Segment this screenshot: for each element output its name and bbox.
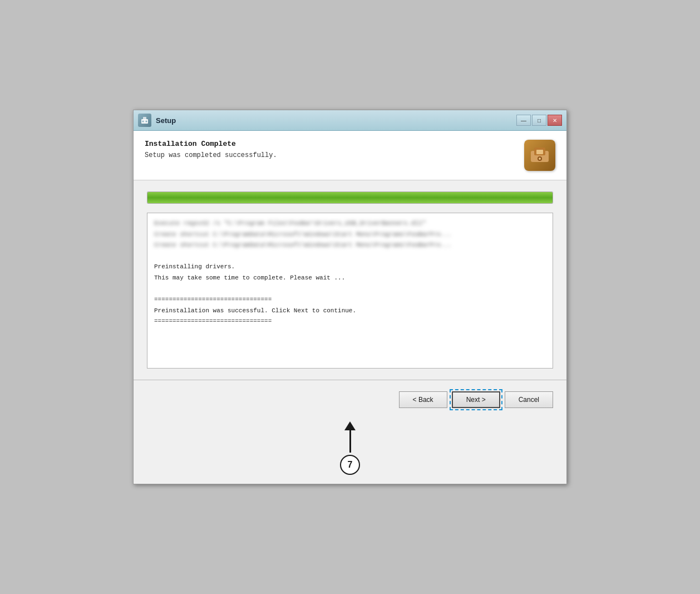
log-line: Execute regsv32 /s "C:\Program Files\Foo… — [154, 219, 546, 229]
app-icon — [138, 114, 151, 127]
svg-rect-1 — [143, 117, 146, 120]
log-line-preinstall: Preinstalling drivers. — [154, 262, 546, 272]
window-title: Setup — [156, 116, 516, 125]
log-line: Create shortcut C:\ProgramData\Microsoft… — [154, 230, 546, 240]
log-line-wait: This may take some time to complete. Ple… — [154, 273, 546, 283]
arrow-shaft — [349, 430, 351, 453]
arrow-head-icon — [344, 421, 356, 430]
svg-rect-6 — [536, 150, 543, 154]
log-separator-1: ================================ — [154, 295, 546, 305]
log-line — [154, 252, 546, 262]
header-app-icon — [524, 140, 555, 171]
arrow-annotation: 7 — [340, 421, 360, 475]
title-bar: Setup — □ ✕ — [134, 110, 566, 131]
svg-point-8 — [539, 158, 541, 160]
log-line — [154, 284, 546, 294]
log-line: Create shortcut C:\ProgramData\Microsoft… — [154, 240, 546, 251]
content-area: Execute regsv32 /s "C:\Program Files\Foo… — [134, 180, 566, 380]
log-separator-2: ================================ — [154, 317, 546, 327]
svg-point-3 — [146, 121, 147, 122]
next-button[interactable]: Next > — [452, 391, 500, 408]
maximize-button[interactable]: □ — [532, 115, 546, 126]
installation-complete-title: Installation Complete — [145, 140, 515, 148]
header-section: Installation Complete Setup was complete… — [134, 131, 566, 180]
setup-window: Setup — □ ✕ Installation Complete Setup … — [133, 110, 567, 484]
log-line-success: Preinstallation was successful. Click Ne… — [154, 306, 546, 316]
cancel-button[interactable]: Cancel — [505, 391, 553, 408]
back-button[interactable]: < Back — [399, 391, 447, 408]
footer-buttons: < Back Next > Cancel — [134, 387, 566, 417]
progress-bar-fill — [147, 192, 553, 203]
window-controls: — □ ✕ — [516, 115, 562, 126]
header-text: Installation Complete Setup was complete… — [145, 140, 515, 159]
log-area[interactable]: Execute regsv32 /s "C:\Program Files\Foo… — [147, 213, 553, 369]
footer-divider — [134, 380, 566, 380]
installation-subtitle: Setup was completed successfully. — [145, 151, 515, 159]
close-button[interactable]: ✕ — [548, 115, 562, 126]
annotation-area: 7 — [134, 417, 566, 484]
annotation-number: 7 — [340, 455, 360, 475]
minimize-button[interactable]: — — [516, 115, 531, 126]
progress-bar-container — [147, 192, 553, 204]
svg-point-2 — [142, 121, 144, 122]
